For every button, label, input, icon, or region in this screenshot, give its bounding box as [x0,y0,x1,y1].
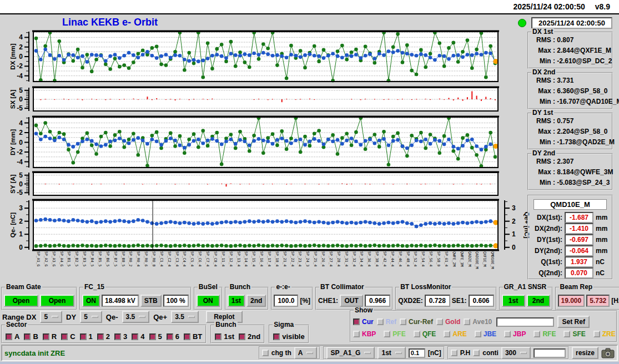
sector-a-checkbox[interactable] [6,333,12,340]
che1-out-button[interactable]: OUT [340,295,363,307]
x-axis-label: SP_B3_5 [82,251,87,266]
x-axis-label: SP_B6_5 [105,251,110,266]
sector-item-bt: BT [184,332,202,341]
gr-a1-snsr-label: GR_A1 SNSR [503,284,548,291]
show-qfe-checkbox[interactable] [414,331,420,337]
stat-line-rms: RMS : 0.757 [532,117,610,128]
sector-bt-label: BT [193,332,202,341]
sector-3-checkbox[interactable] [114,333,121,340]
show-item-zre: ZRE [593,329,616,339]
fc15-kv-value: 18.498 kV [102,295,139,307]
ph-checkbox[interactable] [451,350,457,356]
x-axis-label: SP_21_4 [283,251,287,266]
sector-2-checkbox[interactable] [97,333,104,340]
show-jbp-label: JBP [513,330,526,338]
stat-frame-dy-1st: DY 1stRMS : 0.757Max : 2.204@SP_58_0Min … [527,113,613,150]
stat-value: 2.204@SP_58_0 [557,128,607,135]
sigma-label: Sigma [273,321,295,328]
busel-on-button[interactable]: ON [197,295,220,307]
ph-label: P.H [460,349,470,357]
beam-gate-open-1-button[interactable]: Open [4,295,38,307]
x-axis-label: SP_56_4 [429,251,433,266]
sector-1-checkbox[interactable] [80,333,87,340]
count-dropdown[interactable]: 300 [501,347,531,359]
range-qem-label: Qe- [106,313,118,321]
stat-value: 2.307 [557,158,573,165]
show-jbp-checkbox[interactable] [504,331,511,337]
sigma-visible-checkbox[interactable] [273,333,280,340]
show-item-sfe: SFE [563,329,585,339]
svg-text:3: 3 [19,204,23,212]
ref-name-input[interactable] [496,317,554,327]
show-rfe-checkbox[interactable] [534,331,540,337]
show-zre-checkbox[interactable] [593,331,600,337]
dropdown-indicator-icon [188,316,195,318]
range-dx-dropdown[interactable]: 5 [40,311,62,323]
che1-label: CHE1: [318,297,338,305]
sector-item-6: 6 [167,332,179,341]
x-axis-label: SP_C1_4 [159,251,164,266]
gr-a1-1st-button[interactable]: 1st [502,295,525,307]
x-axis-label: SP_11_4 [221,251,225,266]
show-jbe-checkbox[interactable] [475,331,481,337]
show-ref-checkbox[interactable] [377,318,384,325]
count-input[interactable] [534,348,566,358]
x-axis-label: SP_52_4 [413,251,417,266]
svg-text:5: 5 [19,171,23,179]
resize-button[interactable]: resize [572,347,598,359]
stat-key: RMS : [532,77,555,84]
show-cur-label: Cur [362,318,374,326]
beam-gate-open-2-button[interactable]: Open [40,295,74,307]
ee-ratio-input[interactable]: 100.0 [274,295,298,307]
set-ref-button[interactable]: Set Ref [557,316,590,328]
window-bottom-edge [0,362,619,364]
bunch-2nd-button[interactable]: 2nd [246,295,266,307]
show-kbp-checkbox[interactable] [353,331,360,337]
conti-checkbox[interactable] [473,350,480,356]
x-axis-label: SP_34_4 [359,251,364,266]
sector-r-checkbox[interactable] [43,333,49,340]
sigma-visible-label: visible [282,332,304,341]
show-ave10-checkbox[interactable] [464,318,470,325]
range-qep-dropdown[interactable]: 3.5 [171,311,199,323]
show-cur-ref-checkbox[interactable] [400,318,406,325]
svg-text:0: 0 [19,139,23,146]
fc15-on-button[interactable]: ON [82,295,100,307]
range-qem-dropdown[interactable]: 3.5 [122,311,150,323]
sector-item-4: 4 [132,332,144,341]
show-are-checkbox[interactable] [444,331,450,337]
show-sfe-checkbox[interactable] [563,331,570,337]
sector-bt-checkbox[interactable] [184,333,190,340]
show-pfe-checkbox[interactable] [384,331,390,337]
sector-6-checkbox[interactable] [167,333,173,340]
sigma-item-visible: visible [273,332,304,341]
sector-4-checkbox[interactable] [132,333,138,340]
range-dy-dropdown[interactable]: 5 [80,311,102,323]
bpm-dropdown[interactable]: SP_A1_G [326,347,375,359]
fc15-stb-button[interactable]: STB [140,295,162,307]
gr-a1-snsr-frame: GR_A1 SNSR 1st 2nd [499,287,553,310]
chg-th-checkbox[interactable] [262,350,269,356]
bunch-item-2nd: 2nd [239,332,260,341]
bunch-dropdown[interactable]: 1st [378,347,405,359]
bunch-1st-button[interactable]: 1st [228,295,245,307]
stat-line-min: Min : -1.738@QAD2E_M [532,138,610,149]
show-cur-checkbox[interactable] [353,318,360,325]
svg-text:2: 2 [512,218,516,225]
x-axis-label: SP_22_4 [290,251,295,266]
show-gold-checkbox[interactable] [436,318,443,325]
sector-b-checkbox[interactable] [24,333,31,340]
svg-text:3: 3 [512,204,516,212]
chg-th-dropdown[interactable]: A [294,347,318,359]
bunch-2nd-checkbox[interactable] [239,333,245,340]
sector-5-checkbox[interactable] [149,333,156,340]
sector-item-2: 2 [97,332,110,341]
camera-snapshot-button[interactable] [601,348,615,358]
threshold-input[interactable] [409,348,425,358]
qmd-row-value: -1.687 [565,212,593,223]
bunch-1st-checkbox[interactable] [215,333,222,340]
stat-frame-title: DX 1st [531,28,554,36]
gr-a1-2nd-button[interactable]: 2nd [527,295,550,307]
sector-c-checkbox[interactable] [61,333,68,340]
x-axis-label: SP_12_4 [229,251,233,266]
